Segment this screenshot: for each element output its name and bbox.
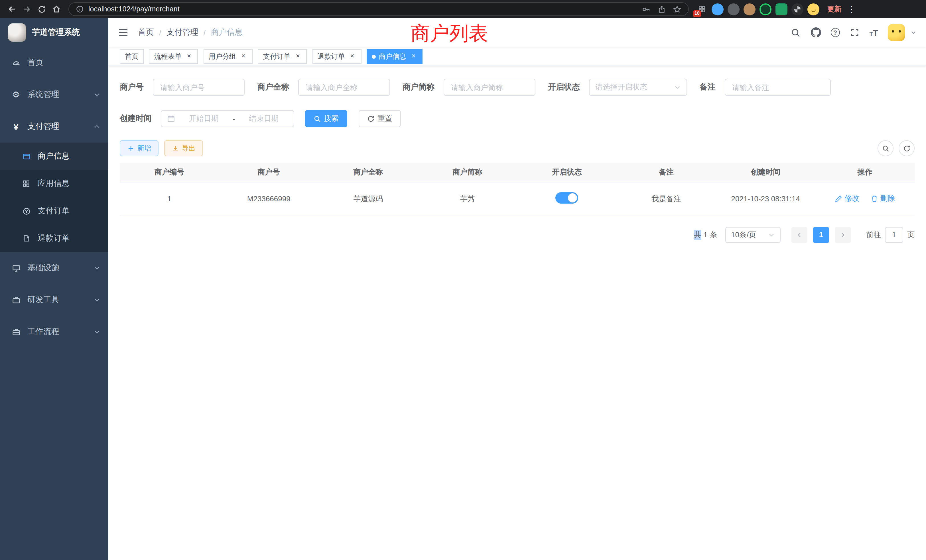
cell-remark: 我是备注 (617, 182, 716, 216)
help-icon[interactable]: ? (831, 28, 840, 37)
extension-icon-avatar[interactable] (743, 3, 755, 15)
chevron-left-icon (796, 231, 803, 238)
date-separator: - (233, 114, 235, 123)
sidebar-item-merchant-info[interactable]: 商户信息 (0, 142, 108, 170)
close-icon[interactable]: × (410, 53, 418, 61)
status-select[interactable]: 请选择开启状态 (589, 79, 687, 96)
browser-menu-icon[interactable]: ⋮ (847, 4, 855, 14)
cell-full-name: 芋道源码 (318, 182, 418, 216)
page-size-select[interactable]: 10条/页 (725, 227, 781, 243)
address-bar[interactable]: localhost:1024/pay/merchant (68, 2, 689, 16)
status-label: 开启状态 (548, 82, 580, 92)
pay-order-icon (22, 206, 31, 216)
caret-down-icon (910, 29, 917, 36)
grid-icon (22, 179, 31, 188)
status-toggle[interactable] (555, 192, 578, 204)
browser-home-button[interactable] (49, 2, 64, 17)
sidebar-item-home[interactable]: 首页 (0, 47, 108, 79)
browser-extensions: 10 (696, 3, 819, 15)
reset-button[interactable]: 重置 (359, 110, 401, 127)
extension-icon-blue[interactable] (712, 3, 723, 15)
tab-user-group[interactable]: 用户分组× (204, 49, 253, 64)
extension-icon-pinwheel[interactable] (791, 3, 803, 15)
tab-home[interactable]: 首页 (120, 49, 144, 64)
header-merchant-id: 商户编号 (120, 163, 219, 182)
plus-icon (127, 145, 135, 152)
cell-create-time: 2021-10-23 08:31:14 (716, 182, 816, 216)
sidebar-item-app-info[interactable]: 应用信息 (0, 170, 108, 197)
next-page-button[interactable] (835, 227, 851, 243)
app-title: 芋道管理系统 (32, 27, 80, 38)
extension-icon-emoji[interactable] (807, 3, 819, 15)
tab-counter-extension-icon[interactable]: 10 (696, 3, 708, 15)
chevron-down-icon (94, 297, 100, 303)
sidebar-item-pay-order[interactable]: 支付订单 (0, 197, 108, 225)
export-button[interactable]: 导出 (164, 140, 203, 156)
breadcrumb-current: 商户信息 (211, 27, 243, 38)
refresh-table-button[interactable] (899, 140, 915, 156)
browser-reload-button[interactable] (34, 2, 49, 17)
search-icon[interactable] (791, 27, 801, 38)
tab-process-form[interactable]: 流程表单× (149, 49, 198, 64)
browser-forward-button[interactable] (20, 2, 34, 17)
merchant-table: 商户编号 商户号 商户全称 商户简称 开启状态 备注 创建时间 操作 1 (120, 163, 915, 216)
user-avatar[interactable] (888, 24, 905, 41)
sidebar-item-refund-order[interactable]: 退款订单 (0, 225, 108, 252)
chevron-right-icon (839, 231, 846, 238)
bookmark-star-icon[interactable] (673, 5, 681, 14)
chevron-up-icon (94, 123, 100, 130)
font-size-icon[interactable]: TT (869, 28, 878, 37)
merchant-no-input[interactable] (153, 79, 245, 96)
extension-icon-green-square[interactable] (775, 3, 787, 15)
edit-link[interactable]: 修改 (835, 194, 859, 204)
sidebar-item-label: 首页 (27, 58, 43, 68)
tab-merchant-info[interactable]: 商户信息× (367, 49, 423, 64)
hamburger-icon[interactable] (118, 27, 129, 38)
prev-page-button[interactable] (791, 227, 807, 243)
page-number-button[interactable]: 1 (813, 227, 829, 243)
edit-pencil-icon (835, 195, 842, 203)
close-icon[interactable]: × (185, 53, 193, 61)
home-icon (52, 5, 61, 14)
close-icon[interactable]: × (239, 53, 247, 61)
fullscreen-icon[interactable] (849, 27, 859, 38)
breadcrumb-home[interactable]: 首页 (138, 27, 154, 38)
sidebar-item-payment[interactable]: ¥ 支付管理 (0, 110, 108, 142)
close-icon[interactable]: × (294, 53, 302, 61)
password-key-icon[interactable] (642, 5, 651, 14)
gear-icon: ⚙ (11, 90, 21, 99)
end-date-placeholder: 结束日期 (239, 114, 288, 124)
share-icon[interactable] (657, 5, 666, 14)
app-logo[interactable]: 芋道管理系统 (0, 18, 108, 47)
cell-short-name: 芋艿 (418, 182, 517, 216)
sidebar-item-dev-tools[interactable]: 研发工具 (0, 284, 108, 316)
sidebar-item-infrastructure[interactable]: 基础设施 (0, 252, 108, 284)
browser-back-button[interactable] (5, 2, 20, 17)
site-info-icon[interactable] (76, 5, 84, 13)
create-time-range-picker[interactable]: 开始日期 - 结束日期 (161, 110, 294, 127)
short-name-input[interactable] (443, 79, 536, 96)
breadcrumb-payment[interactable]: 支付管理 (166, 27, 198, 38)
goto-page-input[interactable] (885, 227, 903, 243)
browser-update-button[interactable]: 更新 (828, 4, 841, 14)
add-button[interactable]: 新增 (120, 140, 159, 156)
full-name-input[interactable] (298, 79, 390, 96)
sidebar-item-system[interactable]: ⚙ 系统管理 (0, 79, 108, 110)
arrow-left-icon (8, 5, 17, 14)
show-search-button[interactable] (878, 140, 894, 156)
delete-link[interactable]: 删除 (870, 194, 895, 204)
tab-pay-order[interactable]: 支付订单× (258, 49, 307, 64)
remark-input[interactable] (725, 79, 831, 96)
extension-icon-gray[interactable] (728, 3, 740, 15)
close-icon[interactable]: × (348, 53, 356, 61)
extension-icon-green-ring[interactable] (760, 3, 772, 15)
sidebar-item-label: 商户信息 (38, 151, 70, 161)
sidebar-item-workflow[interactable]: 工作流程 (0, 316, 108, 348)
sidebar-item-label: 工作流程 (27, 327, 59, 337)
cell-merchant-id: 1 (120, 182, 219, 216)
goto-suffix: 页 (907, 230, 915, 240)
search-button[interactable]: 搜索 (305, 110, 347, 127)
chevron-down-icon (94, 91, 100, 98)
tab-refund-order[interactable]: 退款订单× (312, 49, 362, 64)
github-icon[interactable] (811, 27, 821, 38)
